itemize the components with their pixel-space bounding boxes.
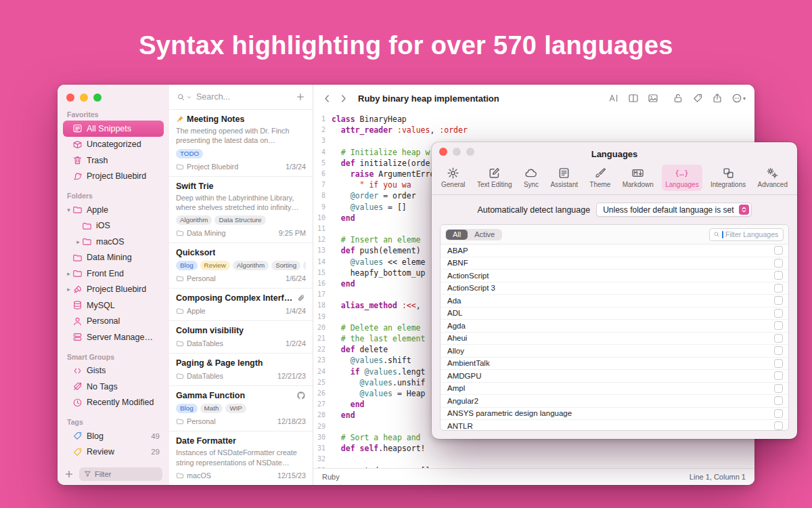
segment-active[interactable]: Active: [468, 230, 501, 240]
snippet-list-item[interactable]: Composing Complex InterfacesApple1/4/24: [169, 289, 313, 321]
language-row[interactable]: Agda: [441, 320, 788, 333]
disclosure-down-icon[interactable]: ▾: [65, 207, 72, 213]
language-row[interactable]: Alloy: [441, 345, 788, 358]
layout-columns-button[interactable]: [628, 93, 639, 104]
prefs-zoom-button[interactable]: [466, 148, 474, 156]
snippet-list-item[interactable]: Paging & Page lengthDataTables12/21/23: [169, 354, 313, 386]
search-bar[interactable]: Search...: [169, 85, 313, 110]
sidebar-item-project-bluebird[interactable]: ▸Project Bluebird: [63, 282, 164, 298]
snippet-list-item[interactable]: QuicksortBlogReviewAlgorithmSorting+2Per…: [169, 243, 313, 289]
sidebar-filter-field[interactable]: Filter: [79, 467, 162, 481]
more-button[interactable]: ▾: [731, 93, 746, 104]
language-checkbox[interactable]: [774, 359, 783, 368]
snippet-date: 1/3/24: [286, 163, 306, 171]
disclosure-right-icon[interactable]: ▸: [74, 238, 82, 245]
language-row[interactable]: ANTLR: [441, 420, 788, 430]
sidebar-item-blog[interactable]: Blog49: [63, 428, 164, 444]
snippet-tags: BlogReviewAlgorithmSorting+2: [176, 261, 306, 270]
language-checkbox[interactable]: [774, 321, 783, 330]
forward-button[interactable]: [338, 93, 348, 104]
prefs-tab-advanced[interactable]: Advanced: [754, 165, 791, 191]
language-row[interactable]: Aheui: [441, 333, 788, 345]
back-button[interactable]: [322, 93, 332, 104]
language-checkbox[interactable]: [774, 246, 783, 255]
new-snippet-button[interactable]: [296, 92, 305, 102]
zoom-button[interactable]: [93, 93, 102, 102]
sidebar-item-macos[interactable]: ▸macOS: [72, 234, 164, 250]
language-checkbox[interactable]: [774, 271, 783, 280]
sidebar-item-apple[interactable]: ▾Apple: [63, 202, 164, 218]
add-group-button[interactable]: [64, 469, 74, 479]
lock-button[interactable]: [673, 93, 683, 104]
disclosure-right-icon[interactable]: ▸: [65, 270, 72, 277]
sidebar-item-uncategorized[interactable]: Uncategorized: [63, 137, 164, 153]
language-checkbox[interactable]: [774, 421, 783, 430]
tags-button[interactable]: [692, 93, 703, 104]
text-format-button[interactable]: [608, 93, 619, 104]
language-checkbox[interactable]: [774, 284, 783, 293]
language-row[interactable]: AMDGPU: [441, 370, 788, 383]
prefs-tab-integrations[interactable]: Integrations: [707, 165, 749, 191]
sidebar-item-server-management[interactable]: Server Management: [63, 329, 164, 345]
close-button[interactable]: [66, 93, 74, 102]
line-number: 32: [313, 454, 332, 465]
language-row[interactable]: Ada: [441, 295, 788, 308]
disclosure-right-icon[interactable]: ▸: [65, 286, 72, 293]
sidebar-item-project-bluebird[interactable]: Project Bluebird: [63, 169, 164, 185]
language-row[interactable]: ADL: [441, 308, 788, 320]
language-checkbox[interactable]: [774, 384, 783, 393]
prefs-minimize-button[interactable]: [453, 148, 461, 156]
default-language-popup[interactable]: Unless folder default language is set: [596, 203, 751, 217]
language-row[interactable]: ActionScript: [441, 270, 788, 282]
sidebar-item-gists[interactable]: Gists: [63, 363, 164, 379]
language-checkbox[interactable]: [774, 409, 783, 418]
language-row[interactable]: ActionScript 3: [441, 282, 788, 295]
language-row[interactable]: ABAP: [441, 245, 788, 257]
sidebar-item-personal[interactable]: Personal: [63, 314, 164, 330]
sidebar-item-front-end[interactable]: ▸Front End: [63, 266, 164, 282]
snippet-list-item[interactable]: Swift TrieDeep within the Labyrinthine L…: [169, 177, 313, 244]
language-checkbox[interactable]: [774, 334, 783, 343]
search-scope-chevron-icon[interactable]: [186, 94, 192, 100]
language-indicator[interactable]: Ruby: [322, 473, 340, 481]
snippet-list-item[interactable]: Column visibilityDataTables1/2/24: [169, 321, 313, 354]
sidebar-item-review[interactable]: Review29: [63, 444, 164, 461]
language-checkbox[interactable]: [774, 296, 783, 305]
language-checkbox[interactable]: [774, 396, 783, 405]
prefs-close-button[interactable]: [439, 148, 447, 156]
snippet-list-item[interactable]: Date FormatterInstances of NSDateFormatt…: [169, 431, 313, 485]
sidebar-item-recently-modified[interactable]: Recently Modified: [63, 395, 164, 411]
prefs-tab-general[interactable]: General: [438, 165, 469, 191]
segment-all[interactable]: All: [446, 230, 468, 240]
language-row[interactable]: AmbientTalk: [441, 358, 788, 371]
prefs-tab-markdown[interactable]: Markdown: [619, 165, 657, 191]
prefs-tab-sync[interactable]: Sync: [520, 165, 542, 191]
prefs-tab-text-editing[interactable]: Text Editing: [474, 165, 516, 191]
language-checkbox[interactable]: [774, 346, 783, 355]
prefs-tab-languages[interactable]: {…}Languages: [662, 165, 702, 191]
snippet-list-item[interactable]: Meeting NotesThe meeting opened with Dr.…: [169, 110, 313, 177]
sidebar-item-all-snippets[interactable]: All Snippets: [63, 121, 164, 137]
sidebar-item-label: All Snippets: [87, 124, 131, 133]
sidebar-item-data-mining[interactable]: Data Mining: [63, 250, 164, 266]
language-row[interactable]: ANSYS parametric design language: [441, 408, 788, 421]
sidebar-item-trash[interactable]: Trash: [63, 152, 164, 169]
language-row[interactable]: Ampl: [441, 383, 788, 396]
language-row[interactable]: Angular2: [441, 395, 788, 408]
language-checkbox[interactable]: [774, 309, 783, 318]
prefs-tab-theme[interactable]: Theme: [586, 165, 614, 191]
snippet-list-item[interactable]: Gamma FunctionBlogMathWIPPersonal12/18/2…: [169, 386, 313, 431]
language-checkbox[interactable]: [774, 259, 783, 268]
sidebar-item-ios[interactable]: iOS: [72, 218, 164, 234]
language-filter-field[interactable]: Filter Languages: [709, 228, 784, 241]
prefs-tab-assistant[interactable]: Assistant: [547, 165, 581, 191]
tag-pill-blog: Blog: [176, 404, 198, 413]
sidebar-item-no-tags[interactable]: No Tags: [63, 379, 164, 395]
share-button[interactable]: [712, 93, 723, 104]
minimize-button[interactable]: [80, 93, 88, 102]
language-checkbox[interactable]: [774, 371, 783, 380]
language-row[interactable]: ABNF: [441, 257, 788, 270]
filter-placeholder: Filter Languages: [725, 230, 778, 238]
sidebar-item-mysql[interactable]: MySQL: [63, 297, 164, 314]
preview-image-button[interactable]: [648, 93, 658, 104]
